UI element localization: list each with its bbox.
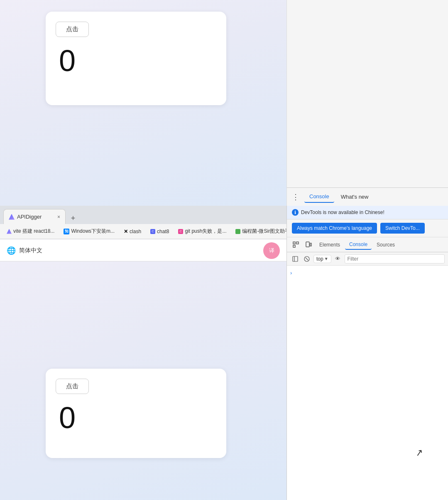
devtools-language-buttons: Always match Chrome's language Switch De… [287,219,448,237]
bookmark-label-vite: vite 搭建 react18... [13,228,54,235]
counter-bottom: 0 [59,401,216,435]
top-dropdown-label: top [316,256,323,262]
svg-line-8 [306,258,308,260]
svg-rect-5 [293,256,298,261]
inspect-element-icon[interactable] [290,239,302,251]
eye-filter-icon[interactable]: 👁 [333,254,343,264]
devtools-main-panel: ℹ DevTools is now available in Chinese! … [286,206,448,500]
tab-close-button[interactable]: × [57,214,60,220]
match-language-button[interactable]: Always match Chrome's language [292,223,377,234]
svg-rect-4 [310,243,311,246]
bookmark-biancheng[interactable]: 编程菌-微Sir图文助手 [232,227,286,236]
tab-title: APIDigger [17,214,42,220]
devtools-notification-bar: ℹ DevTools is now available in Chinese! [287,206,448,219]
bookmark-favicon-biancheng [235,229,240,234]
device-toolbar-icon[interactable] [303,239,314,251]
tab-console-top[interactable]: Console [304,191,334,203]
click-button-bottom[interactable]: 点击 [56,379,89,394]
bookmark-chat8[interactable]: C chat8 [147,227,172,236]
translation-toolbar: 🌐 简体中文 译 [0,240,286,261]
info-icon: ℹ [292,209,299,216]
bookmark-label-clash: clash [130,229,141,234]
translate-button[interactable]: 译 [263,242,280,259]
svg-rect-0 [293,242,295,244]
bookmark-favicon-chat8: C [150,229,155,234]
bookmark-zhihu[interactable]: 知 Windows下安装m... [60,227,118,236]
switch-devtools-button[interactable]: Switch DevTo... [380,223,425,234]
tab-bar: APIDigger × + [0,206,286,224]
new-tab-button[interactable]: + [67,212,79,224]
devtools-console-area: › [287,266,448,500]
devtools-top-tabs: ⋮ Console What's new [287,187,448,206]
tab-sources[interactable]: Sources [372,240,399,249]
bookmark-favicon-clash: ✕ [124,229,128,234]
clear-console-icon[interactable] [302,254,312,264]
bookmark-clash[interactable]: ✕ clash [120,227,144,236]
bookmark-label-biancheng: 编程菌-微Sir图文助手 [242,228,286,235]
bookmark-label-chat8: chat8 [157,229,169,234]
tab-elements[interactable]: Elements [315,240,344,249]
bookmark-label-gitpush: git push失败，是... [185,228,226,235]
top-context-dropdown[interactable]: top ▼ [313,255,331,263]
card-bottom: 点击 0 [46,369,226,458]
click-button-top[interactable]: 点击 [56,22,89,37]
devtools-top-panel: ⋮ Console What's new [286,0,448,206]
bookmark-favicon-zhihu: 知 [64,229,69,234]
svg-rect-1 [293,245,295,247]
bookmark-favicon-gitpush: C [178,229,183,234]
devtools-menu-icon[interactable]: ⋮ [292,192,299,202]
bookmark-vite[interactable]: vite 搭建 react18... [3,227,58,236]
filter-input[interactable] [345,254,445,264]
active-tab[interactable]: APIDigger × [3,209,66,224]
svg-rect-3 [306,242,309,247]
bookmark-gitpush[interactable]: C git push失败，是... [175,227,230,236]
bookmark-favicon-vite [7,229,12,234]
tab-favicon [9,214,15,220]
devtools-panel-tabs: Elements Console Sources [287,237,448,252]
counter-top: 0 [59,44,216,78]
devtools-filter-bar: top ▼ 👁 [287,252,448,266]
notification-text: DevTools is now available in Chinese! [301,209,384,215]
globe-icon: 🌐 [7,246,16,255]
bookmark-label-zhihu: Windows下安装m... [71,228,115,235]
sidebar-toggle-icon[interactable] [290,254,300,264]
bookmarks-bar: vite 搭建 react18... 知 Windows下安装m... ✕ cl… [0,224,286,239]
card-top: 点击 0 [46,12,226,105]
browser-content-area: 🌐 简体中文 译 点击 0 [0,240,286,500]
tab-console[interactable]: Console [345,240,372,250]
translation-language-text: 简体中文 [19,247,42,254]
tab-whatsnew-top[interactable]: What's new [336,191,374,202]
svg-rect-2 [296,242,299,244]
dropdown-arrow-icon: ▼ [324,256,328,261]
console-prompt-arrow[interactable]: › [290,270,292,276]
browser-top-area: 点击 0 [0,0,286,206]
